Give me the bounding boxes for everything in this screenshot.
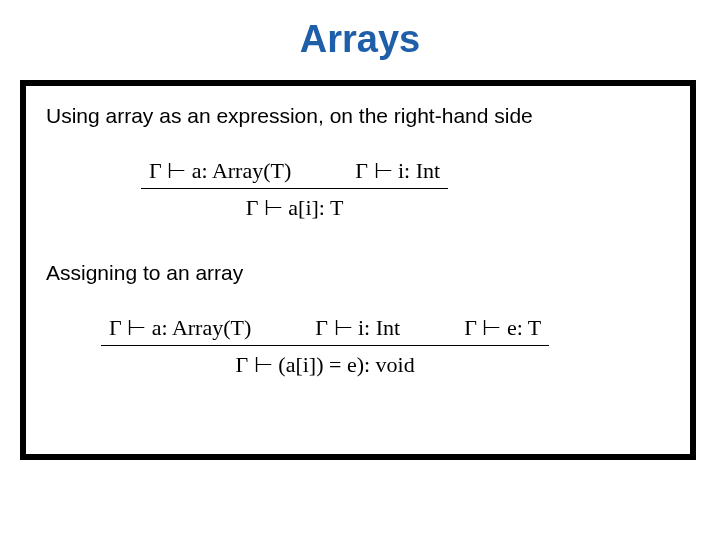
conclusion-array-assign: Γ ⊢ (a[i]) = e): void [101, 350, 549, 378]
rule-line [101, 345, 549, 346]
premises: Γ ⊢ a: Array(T) Γ ⊢ i: Int Γ ⊢ e: T [101, 315, 549, 343]
section-heading-assignment: Assigning to an array [46, 261, 670, 285]
premise-e-t: Γ ⊢ e: T [464, 315, 541, 341]
conclusion-array-read: Γ ⊢ a[i]: T [141, 193, 448, 221]
premise-a-array: Γ ⊢ a: Array(T) [149, 158, 291, 184]
premise-i-int: Γ ⊢ i: Int [315, 315, 400, 341]
premise-a-array: Γ ⊢ a: Array(T) [109, 315, 251, 341]
inference-rule-array-read: Γ ⊢ a: Array(T) Γ ⊢ i: Int Γ ⊢ a[i]: T [141, 158, 448, 221]
premise-i-int: Γ ⊢ i: Int [355, 158, 440, 184]
slide: Arrays Using array as an expression, on … [0, 0, 720, 540]
inference-rule-array-assign: Γ ⊢ a: Array(T) Γ ⊢ i: Int Γ ⊢ e: T Γ ⊢ … [101, 315, 549, 378]
rule-line [141, 188, 448, 189]
premises: Γ ⊢ a: Array(T) Γ ⊢ i: Int [141, 158, 448, 186]
section-heading-expression: Using array as an expression, on the rig… [46, 104, 670, 128]
content-frame: Using array as an expression, on the rig… [20, 80, 696, 460]
slide-title: Arrays [0, 18, 720, 61]
